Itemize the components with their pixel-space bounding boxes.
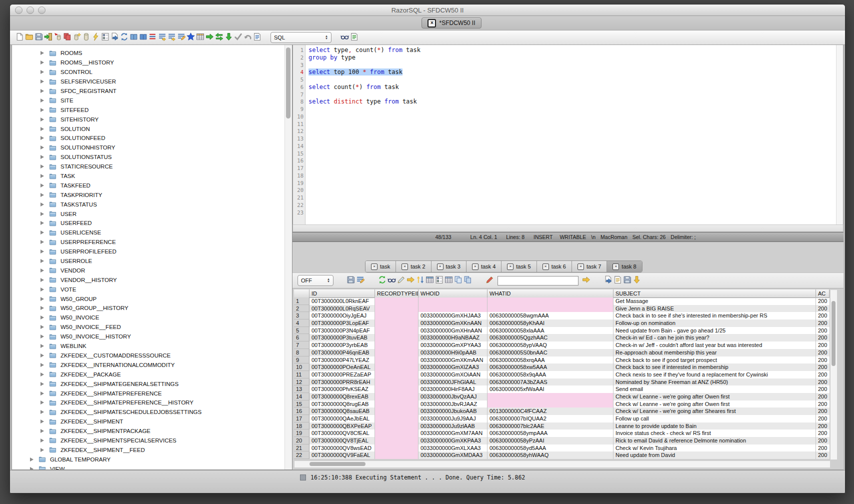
cell-subject[interactable]: Give Jenn a BIG RAISE: [614, 305, 816, 312]
cell-whatid[interactable]: 00630000005S0bnAAC: [488, 349, 614, 356]
disclosure-triangle-icon[interactable]: [40, 202, 44, 206]
cell-recordtypeid[interactable]: [375, 444, 418, 452]
disclosure-triangle-icon[interactable]: [40, 306, 44, 310]
cell-recordtypeid[interactable]: [375, 342, 418, 349]
result-tab-task-8[interactable]: ×task 8: [607, 261, 642, 272]
code-line[interactable]: [308, 128, 843, 135]
cell-id[interactable]: 00T3000000L0RknEAF: [310, 298, 375, 305]
close-result-tab-icon[interactable]: ×: [371, 264, 378, 270]
tree-item-zkfedex-shipmategeneralsettings[interactable]: ZKFEDEX__SHIPMATEGENERALSETTINGS: [12, 379, 292, 388]
copy-results-icon[interactable]: [454, 275, 463, 284]
save-results-icon[interactable]: [346, 275, 356, 284]
tree-item-weblink[interactable]: WEBLINK: [12, 342, 292, 351]
row-number[interactable]: 2: [294, 305, 310, 312]
cell-whoid[interactable]: 0033000000JFhGlAAL: [418, 378, 488, 386]
cell-whoid[interactable]: 0033000000JbvQzAAJ: [418, 393, 488, 400]
tree-item-solutionhistory[interactable]: SOLUTIONHISTORY: [12, 143, 292, 152]
cell-id[interactable]: 00T3000000QV8wsEAD: [310, 444, 375, 452]
column-header-whatid[interactable]: WHATID: [488, 290, 614, 298]
code-line[interactable]: select count(*) from task: [308, 84, 843, 91]
disclosure-triangle-icon[interactable]: [40, 136, 44, 140]
cell-recordtypeid[interactable]: [375, 320, 418, 327]
cell-recordtypeid[interactable]: [375, 312, 418, 320]
result-tab-task-7[interactable]: ×task 7: [572, 261, 607, 272]
tree-item-zkfedex-customaddresssource[interactable]: ZKFEDEX__CUSTOMADDRESSSOURCE: [12, 351, 292, 360]
tree-item-zkfedex-shipmatescheduledjobssettings[interactable]: ZKFEDEX__SHIPMATESCHEDULEDJOBSSETTINGS: [12, 408, 292, 417]
describe-list-icon[interactable]: [148, 32, 158, 42]
disclosure-triangle-icon[interactable]: [40, 268, 44, 272]
title-bar[interactable]: RazorSQL - SFDCW50 II: [10, 4, 845, 16]
row-number[interactable]: 13: [294, 386, 310, 393]
disclosure-triangle-icon[interactable]: [40, 334, 44, 338]
disclosure-triangle-icon[interactable]: [40, 448, 44, 452]
disclosure-triangle-icon[interactable]: [40, 400, 44, 404]
cell-id[interactable]: 00T3000000PRR8rEAH: [310, 378, 375, 386]
cell-whoid[interactable]: 0033000000GmXKPAA3: [418, 437, 488, 444]
open-file-icon[interactable]: [24, 32, 34, 42]
cell-id[interactable]: 00T3000000P3N4pEAF: [310, 327, 375, 334]
cell-recordtypeid[interactable]: [375, 415, 418, 422]
row-number[interactable]: 6: [294, 334, 310, 342]
tree-item-zkfedex-shipment-feed[interactable]: ZKFEDEX__SHIPMENT__FEED: [12, 445, 292, 454]
tree-item-solutionstatus[interactable]: SOLUTIONSTATUS: [12, 152, 292, 162]
grid-hscroll-thumb[interactable]: [310, 462, 366, 466]
cell-ac[interactable]: 200: [816, 320, 829, 327]
commit-icon[interactable]: [234, 32, 243, 42]
tree-item-userprofilefeed[interactable]: USERPROFILEFEED: [12, 247, 292, 256]
row-number[interactable]: 16: [294, 408, 310, 415]
cell-whatid[interactable]: 006300000058ypVAAQ: [488, 342, 614, 349]
row-number[interactable]: 10: [294, 364, 310, 371]
cell-whatid[interactable]: 0013000000C4fFCAAZ: [488, 408, 614, 415]
cell-ac[interactable]: 200: [816, 422, 829, 430]
close-window-icon[interactable]: [15, 6, 22, 14]
cell-whatid[interactable]: 00630000005QgzhAAC: [488, 334, 614, 342]
cell-subject[interactable]: Send email: [614, 386, 816, 393]
result-tab-task-3[interactable]: ×task 3: [432, 261, 466, 272]
disclosure-triangle-icon[interactable]: [40, 392, 44, 396]
export-query-icon[interactable]: [110, 32, 120, 42]
disclosure-triangle-icon[interactable]: [40, 174, 44, 178]
row-number[interactable]: 5: [294, 327, 310, 334]
disclosure-triangle-icon[interactable]: [40, 382, 44, 386]
export-results-icon[interactable]: [604, 275, 613, 284]
cell-ac[interactable]: 200: [816, 400, 829, 408]
cell-subject[interactable]: Check w/ Leanne - we're going after Owen…: [614, 393, 816, 400]
row-number[interactable]: 11: [294, 371, 310, 378]
cell-id[interactable]: 00T3000000OiyJgEAJ: [310, 312, 375, 320]
disclosure-triangle-icon[interactable]: [40, 98, 44, 102]
cell-whoid[interactable]: 0033000000H9i0pAAB: [418, 349, 488, 356]
tree-item-zkfedex-package[interactable]: ZKFEDEX__PACKAGE: [12, 370, 292, 379]
cell-subject[interactable]: Check-in w/ Ed - can he join this year?: [614, 334, 816, 342]
cell-recordtypeid[interactable]: [375, 349, 418, 356]
cell-whoid[interactable]: [418, 305, 488, 312]
cell-ac[interactable]: 200: [816, 349, 829, 356]
cell-id[interactable]: 00T3000000P46qnEAB: [310, 349, 375, 356]
column-header-whoid[interactable]: WHOID: [418, 290, 488, 298]
cell-whoid[interactable]: 0033000000Ju9J9AAJ: [418, 415, 488, 422]
code-line[interactable]: [308, 157, 843, 164]
cell-ac[interactable]: 200: [816, 415, 829, 422]
disclosure-triangle-icon[interactable]: [40, 297, 44, 301]
disclosure-triangle-icon[interactable]: [40, 278, 44, 282]
tree-item-taskpriority[interactable]: TASKPRIORITY: [12, 190, 292, 200]
autocommit-select[interactable]: OFF ▲▼: [298, 275, 334, 286]
row-number[interactable]: 20: [294, 437, 310, 444]
cell-subject[interactable]: Check w/ Leanne - we're going after Owen…: [614, 400, 816, 408]
cell-whatid[interactable]: 00630000007blc2AAE: [488, 422, 614, 430]
cell-recordtypeid[interactable]: [375, 371, 418, 378]
edit-sql-icon[interactable]: [176, 32, 186, 42]
add-connection-icon[interactable]: [72, 32, 82, 42]
code-line[interactable]: select top 100 * from task: [308, 68, 843, 76]
cell-recordtypeid[interactable]: [375, 378, 418, 386]
code-line[interactable]: [308, 186, 843, 194]
row-number[interactable]: 18: [294, 422, 310, 430]
tree-item-userrole[interactable]: USERROLE: [12, 256, 292, 266]
cell-whoid[interactable]: 0033000000GmXLXAA3: [418, 444, 488, 452]
save-icon[interactable]: [34, 32, 44, 42]
tree-item-zkfedex-shipmentpackage[interactable]: ZKFEDEX__SHIPMENTPACKAGE: [12, 426, 292, 436]
cell-ac[interactable]: 200: [816, 327, 829, 334]
disclosure-triangle-icon[interactable]: [40, 184, 44, 188]
close-result-tab-icon[interactable]: ×: [507, 264, 514, 270]
cell-ac[interactable]: 200: [816, 437, 829, 444]
disclosure-triangle-icon[interactable]: [40, 108, 44, 112]
